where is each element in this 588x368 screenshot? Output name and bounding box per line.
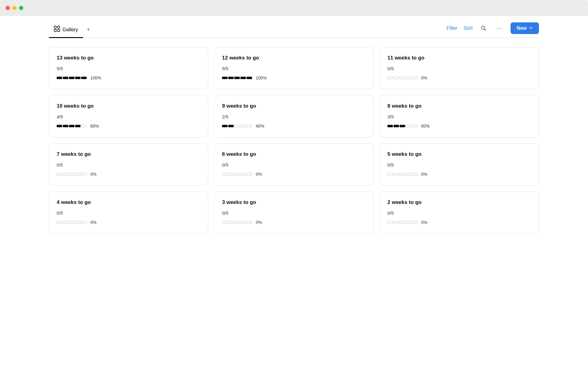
progress-segment-filled [247,77,252,79]
progress-segment-empty [63,173,68,175]
gallery-card[interactable]: 6 weeks to go0/50% [214,144,374,186]
svg-line-5 [484,29,486,30]
window-chrome [0,0,588,16]
close-button[interactable] [6,6,10,10]
progress-segment-filled [57,77,62,79]
card-title: 10 weeks to go [57,103,201,109]
svg-rect-1 [58,26,60,28]
progress-segment-empty [406,77,411,79]
minimize-button[interactable] [12,6,17,10]
add-view-button[interactable]: + [83,22,94,38]
card-count: 0/5 [222,210,366,216]
svg-rect-0 [54,26,56,28]
progress-segment-empty [222,173,228,175]
card-count: 0/5 [387,210,531,216]
progress-segment-empty [63,221,68,224]
progress-row: 0% [57,172,201,177]
progress-row: 80% [57,124,201,128]
progress-segment-empty [81,221,87,224]
progress-label: 40% [256,124,264,128]
progress-segment-empty [81,173,87,175]
progress-label: 60% [421,124,430,128]
card-title: 5 weeks to go [387,151,531,157]
gallery-card[interactable]: 12 weeks to go5/5100% [214,47,374,89]
gallery-card[interactable]: 8 weeks to go3/560% [380,95,539,137]
progress-segment-filled [240,77,246,79]
progress-segment-empty [387,221,393,224]
progress-segment-empty [81,125,87,127]
progress-segment-empty [69,221,74,224]
progress-label: 100% [90,75,101,80]
gallery-card[interactable]: 7 weeks to go0/50% [49,144,208,186]
progress-label: 0% [421,172,427,177]
progress-segment-filled [387,125,393,127]
gallery-card[interactable]: 2 weeks to go0/50% [380,192,539,234]
progress-segment-empty [247,173,252,175]
progress-segment-empty [394,221,399,224]
progress-segment-empty [57,221,62,224]
gallery-card[interactable]: 3 weeks to go0/50% [214,192,374,234]
gallery-grid-icon [54,26,60,33]
progress-segment-empty [400,173,405,175]
progress-row: 0% [57,220,201,225]
progress-row: 0% [387,172,531,177]
card-count: 0/5 [57,210,201,216]
add-icon: + [87,26,90,33]
card-count: 5/5 [57,66,201,71]
progress-segment-empty [240,173,246,175]
progress-segment-empty [69,173,74,175]
progress-label: 0% [90,220,96,225]
progress-segment-empty [228,173,234,175]
card-count: 0/5 [387,66,531,71]
progress-segment-filled [228,125,234,127]
progress-segment-empty [412,77,417,79]
gallery-tab[interactable]: Gallery [49,22,83,38]
progress-segment-empty [400,221,405,224]
gallery-card[interactable]: 5 weeks to go0/50% [380,144,539,186]
card-count: 4/5 [57,114,201,119]
progress-bar [57,77,87,79]
card-count: 0/5 [57,162,201,167]
maximize-button[interactable] [19,6,23,10]
progress-row: 60% [387,124,531,128]
card-count: 2/5 [222,114,366,119]
progress-row: 0% [387,220,531,225]
progress-segment-empty [406,125,411,127]
gallery-card[interactable]: 13 weeks to go5/5100% [49,47,208,89]
search-button[interactable] [479,23,488,33]
progress-segment-empty [75,221,81,224]
progress-bar [387,173,417,175]
progress-segment-filled [57,125,62,127]
card-count: 0/5 [387,162,531,167]
progress-bar [222,125,252,127]
card-title: 8 weeks to go [387,103,531,109]
new-button[interactable]: New [511,22,539,34]
progress-bar [387,77,417,79]
more-options-button[interactable]: ··· [495,23,504,33]
svg-rect-2 [54,29,56,32]
filter-button[interactable]: Filter [447,24,458,32]
card-count: 3/5 [387,114,531,119]
card-title: 11 weeks to go [387,55,531,61]
card-count: 0/5 [222,162,366,167]
progress-segment-empty [75,173,81,175]
card-title: 13 weeks to go [57,55,201,61]
gallery-grid: 13 weeks to go5/5100%12 weeks to go5/510… [49,47,539,234]
gallery-card[interactable]: 11 weeks to go0/50% [380,47,539,89]
progress-segment-empty [57,173,62,175]
progress-segment-filled [75,77,81,79]
sort-button[interactable]: Sort [464,24,473,32]
progress-segment-filled [394,125,399,127]
progress-bar [57,125,87,127]
gallery-card[interactable]: 9 weeks to go2/540% [214,95,374,137]
gallery-card[interactable]: 10 weeks to go4/580% [49,95,208,137]
gallery-card[interactable]: 4 weeks to go0/50% [49,192,208,234]
card-title: 9 weeks to go [222,103,366,109]
gallery-tab-label: Gallery [62,27,78,33]
new-button-label: New [517,25,527,31]
progress-label: 0% [256,220,262,225]
progress-label: 0% [256,172,262,177]
progress-label: 80% [90,124,99,128]
progress-bar [387,221,417,224]
progress-segment-empty [387,173,393,175]
